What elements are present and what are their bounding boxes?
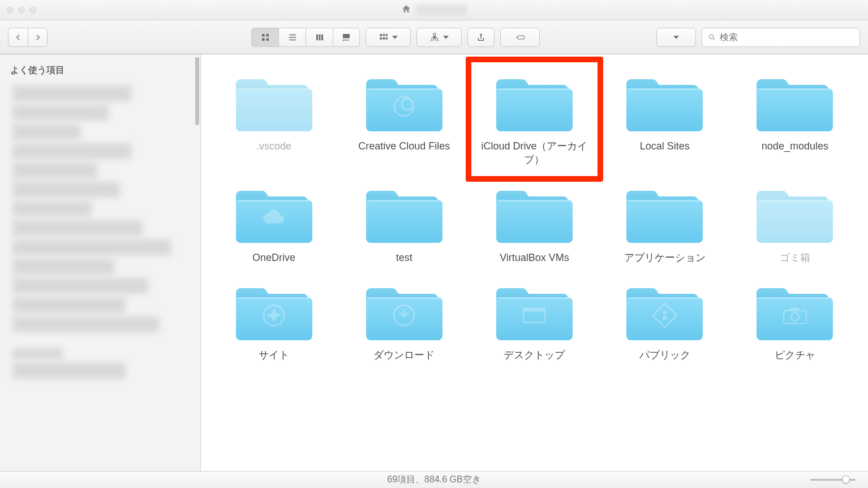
folder-item[interactable]: iCloud Drive（アーカイブ） bbox=[472, 71, 596, 167]
folder-item[interactable]: VirtualBox VMs bbox=[472, 183, 596, 264]
group-by-button[interactable] bbox=[366, 28, 411, 47]
svg-point-31 bbox=[663, 310, 667, 314]
folder-label: サイト bbox=[259, 348, 289, 362]
sidebar-section-redacted bbox=[12, 348, 63, 359]
list-view-button[interactable] bbox=[278, 28, 306, 47]
svg-rect-9 bbox=[316, 34, 318, 40]
folder-icon bbox=[626, 280, 703, 343]
search-field[interactable] bbox=[702, 28, 860, 47]
action-menu-button[interactable] bbox=[416, 28, 462, 47]
folder-label: test bbox=[396, 251, 412, 264]
folder-item[interactable]: OneDrive bbox=[212, 183, 336, 264]
folder-icon bbox=[236, 280, 312, 343]
icon-view-button[interactable] bbox=[251, 28, 278, 47]
sidebar-item-redacted[interactable] bbox=[12, 297, 126, 313]
folder-icon bbox=[757, 183, 833, 245]
svg-point-23 bbox=[709, 35, 713, 38]
folder-item[interactable]: Creative Cloud Files bbox=[342, 71, 466, 167]
status-text: 69項目、884.6 GB空き bbox=[387, 474, 480, 486]
svg-rect-8 bbox=[289, 39, 296, 40]
svg-rect-4 bbox=[262, 38, 265, 41]
sidebar-scrollbar[interactable] bbox=[195, 57, 199, 125]
content-area: .vscodeCreative Cloud FilesiCloud Drive（… bbox=[201, 54, 868, 471]
minimize-window-button[interactable] bbox=[18, 7, 25, 14]
folder-icon bbox=[496, 71, 573, 134]
title-redacted bbox=[416, 5, 467, 16]
folder-item[interactable]: test bbox=[342, 183, 466, 264]
sidebar-favorites-header: よく使う項目 bbox=[0, 62, 200, 82]
sidebar-item-redacted[interactable] bbox=[12, 162, 97, 178]
folder-label: ピクチャ bbox=[775, 348, 815, 362]
sidebar-item-redacted[interactable] bbox=[12, 220, 143, 236]
folder-item[interactable]: Local Sites bbox=[603, 71, 727, 167]
folder-label: ダウンロード bbox=[373, 348, 435, 362]
svg-rect-18 bbox=[386, 34, 388, 36]
status-bar: 69項目、884.6 GB空き bbox=[0, 471, 868, 488]
folder-item[interactable]: パブリック bbox=[603, 280, 727, 362]
folder-icon bbox=[496, 183, 573, 245]
folder-icon bbox=[366, 71, 442, 134]
folder-item[interactable]: ピクチャ bbox=[733, 280, 857, 362]
icon-size-slider[interactable] bbox=[810, 479, 856, 481]
svg-rect-20 bbox=[383, 37, 385, 40]
sidebar-item-redacted[interactable] bbox=[12, 201, 92, 217]
svg-rect-21 bbox=[386, 37, 388, 40]
folder-label: パブリック bbox=[639, 348, 690, 362]
svg-rect-5 bbox=[266, 38, 269, 41]
svg-rect-16 bbox=[380, 34, 382, 36]
window-title bbox=[401, 4, 467, 16]
svg-rect-3 bbox=[266, 34, 269, 37]
sidebar-item-redacted[interactable] bbox=[12, 316, 160, 332]
svg-rect-29 bbox=[523, 308, 545, 311]
folder-item[interactable]: .vscode bbox=[212, 71, 336, 167]
folder-label: Creative Cloud Files bbox=[358, 139, 450, 153]
sidebar-item-redacted[interactable] bbox=[12, 143, 131, 159]
folder-item[interactable]: ゴミ箱 bbox=[733, 183, 857, 264]
back-button[interactable] bbox=[8, 28, 28, 47]
sidebar-item-redacted[interactable] bbox=[12, 278, 148, 294]
folder-icon bbox=[757, 280, 833, 343]
sidebar-item-redacted[interactable] bbox=[12, 105, 109, 121]
folder-icon bbox=[496, 280, 573, 343]
path-dropdown-button[interactable] bbox=[656, 28, 696, 47]
search-input[interactable] bbox=[720, 32, 854, 42]
folder-icon bbox=[366, 280, 442, 343]
folder-item[interactable]: アプリケーション bbox=[603, 183, 727, 264]
folder-label: node_modules bbox=[762, 139, 828, 153]
svg-rect-33 bbox=[790, 307, 799, 311]
svg-rect-19 bbox=[380, 37, 382, 40]
folder-icon bbox=[626, 71, 703, 134]
folder-icon bbox=[236, 183, 312, 245]
titlebar bbox=[0, 0, 868, 20]
forward-button[interactable] bbox=[28, 28, 48, 47]
folder-label: .vscode bbox=[256, 139, 291, 153]
folder-item[interactable]: サイト bbox=[212, 280, 336, 362]
close-window-button[interactable] bbox=[7, 7, 14, 14]
sidebar-item-redacted[interactable] bbox=[12, 363, 126, 379]
svg-rect-30 bbox=[652, 303, 676, 327]
folder-label: iCloud Drive（アーカイブ） bbox=[478, 139, 591, 167]
folder-label: デスクトップ bbox=[504, 348, 565, 362]
search-icon bbox=[708, 33, 716, 42]
sidebar-item-redacted[interactable] bbox=[12, 182, 120, 198]
sidebar-item-redacted[interactable] bbox=[12, 85, 131, 101]
sidebar-item-redacted[interactable] bbox=[12, 259, 114, 275]
sidebar-item-redacted[interactable] bbox=[12, 124, 80, 140]
folder-label: アプリケーション bbox=[624, 251, 706, 264]
folder-icon bbox=[366, 183, 442, 245]
svg-rect-10 bbox=[319, 34, 320, 40]
sidebar-item-redacted[interactable] bbox=[12, 239, 171, 255]
svg-rect-17 bbox=[383, 34, 385, 36]
zoom-window-button[interactable] bbox=[29, 7, 36, 14]
svg-rect-2 bbox=[262, 34, 265, 37]
share-button[interactable] bbox=[467, 28, 495, 47]
column-view-button[interactable] bbox=[306, 28, 333, 47]
folder-item[interactable]: ダウンロード bbox=[342, 280, 466, 362]
svg-rect-7 bbox=[289, 37, 296, 38]
view-mode-segment bbox=[251, 28, 360, 47]
folder-item[interactable]: node_modules bbox=[733, 71, 857, 167]
folder-item[interactable]: デスクトップ bbox=[472, 280, 596, 362]
folder-label: Local Sites bbox=[640, 139, 690, 153]
gallery-view-button[interactable] bbox=[333, 28, 360, 47]
tags-button[interactable] bbox=[500, 28, 540, 47]
